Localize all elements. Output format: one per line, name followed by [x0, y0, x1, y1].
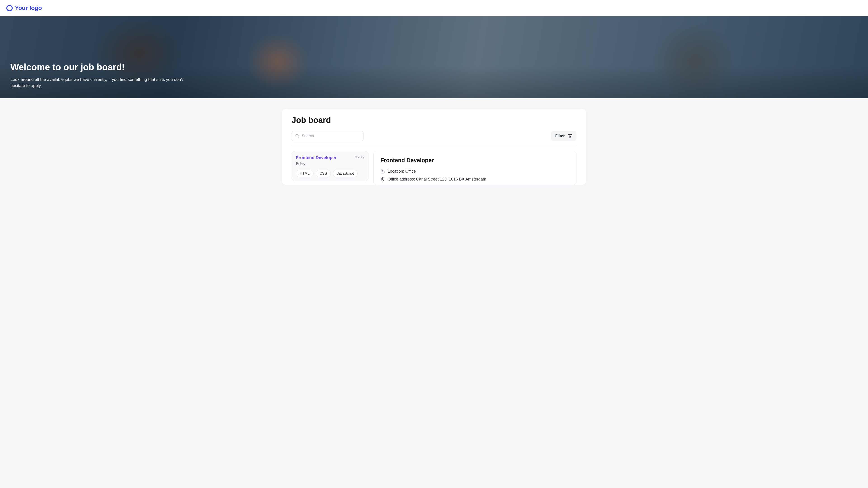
- job-card-date: Today: [355, 155, 364, 159]
- svg-marker-2: [568, 134, 572, 138]
- app-header: Your logo: [0, 0, 868, 16]
- board-toolbar: Filter: [291, 131, 577, 147]
- search-input-wrapper[interactable]: [291, 131, 364, 141]
- job-card[interactable]: Frontend Developer Today Bubty HTML CSS …: [291, 151, 368, 181]
- hero-banner: Welcome to our job board! Look around al…: [0, 16, 868, 98]
- detail-address-row: Office address: Canal Street 123, 1016 B…: [380, 177, 569, 182]
- hero-title: Welcome to our job board!: [10, 62, 196, 72]
- detail-address-text: Office address: Canal Street 123, 1016 B…: [388, 177, 486, 182]
- job-card-tags: HTML CSS JavaScript: [296, 170, 364, 177]
- skill-tag: CSS: [316, 170, 331, 177]
- job-card-company: Bubty: [296, 162, 364, 166]
- detail-location-text: Location: Office: [388, 169, 416, 174]
- hero-subtitle: Look around all the available jobs we ha…: [10, 76, 196, 89]
- search-icon: [295, 134, 300, 138]
- job-board-panel: Job board Filter Frontend Developer Toda…: [282, 109, 586, 185]
- search-input[interactable]: [302, 134, 360, 138]
- filter-label: Filter: [555, 134, 565, 138]
- svg-rect-3: [381, 170, 383, 173]
- detail-title: Frontend Developer: [380, 157, 569, 164]
- svg-rect-4: [383, 171, 384, 173]
- job-list: Frontend Developer Today Bubty HTML CSS …: [291, 151, 368, 185]
- map-pin-icon: [380, 177, 385, 182]
- building-icon: [380, 169, 385, 174]
- job-detail-panel: Frontend Developer Location: Office Offi…: [373, 151, 577, 185]
- svg-point-8: [382, 178, 383, 180]
- skill-tag: HTML: [296, 170, 313, 177]
- skill-tag: JavaScript: [333, 170, 358, 177]
- svg-line-1: [298, 137, 299, 138]
- board-title: Job board: [291, 116, 577, 125]
- filter-icon: [568, 134, 572, 138]
- filter-button[interactable]: Filter: [551, 131, 577, 141]
- logo-text: Your logo: [15, 4, 42, 11]
- detail-location-row: Location: Office: [380, 169, 569, 174]
- logo-icon: [6, 5, 13, 11]
- job-card-title: Frontend Developer: [296, 155, 336, 160]
